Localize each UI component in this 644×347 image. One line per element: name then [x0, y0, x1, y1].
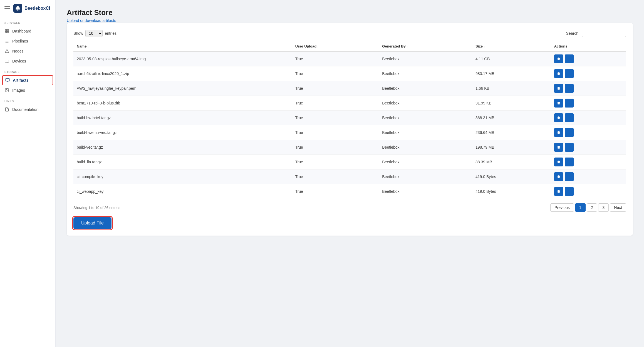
- download-button[interactable]: [565, 143, 574, 152]
- download-button[interactable]: [565, 128, 574, 137]
- page-3-button[interactable]: 3: [598, 203, 609, 212]
- cell-actions: [551, 96, 626, 111]
- showing-text: Showing 1 to 10 of 26 entries: [73, 206, 120, 210]
- download-button[interactable]: [565, 84, 574, 93]
- artifacts-icon: [5, 78, 10, 83]
- cell-name: ci_webapp_key: [73, 184, 292, 199]
- cell-name: bcm2710-rpi-3-b-plus.dtb: [73, 96, 292, 111]
- delete-button[interactable]: [554, 158, 563, 166]
- cell-size: 236.64 MB: [472, 125, 551, 140]
- page-title: Artifact Store: [67, 8, 633, 17]
- page-2-button[interactable]: 2: [587, 203, 597, 212]
- entries-select[interactable]: 10 25 50 100: [85, 30, 103, 37]
- sidebar-item-nodes[interactable]: Nodes: [0, 46, 55, 56]
- nodes-icon: [4, 49, 9, 54]
- sidebar-item-pipelines-label: Pipelines: [12, 39, 28, 43]
- svg-marker-4: [5, 49, 9, 53]
- delete-button[interactable]: [554, 69, 563, 78]
- download-button[interactable]: [565, 69, 574, 78]
- cell-size: 419.0 Bytes: [472, 169, 551, 184]
- download-button[interactable]: [565, 187, 574, 196]
- cell-user-upload: True: [292, 140, 379, 155]
- cell-name: 2023-05-03-raspios-bullseye-arm64.img: [73, 51, 292, 66]
- sidebar-item-pipelines[interactable]: Pipelines: [0, 36, 55, 46]
- download-button[interactable]: [565, 158, 574, 166]
- sidebar-item-images-label: Images: [12, 88, 25, 93]
- sidebar-item-dashboard-label: Dashboard: [12, 29, 31, 33]
- sidebar-header: BeetleboxCI: [0, 0, 55, 17]
- delete-button[interactable]: [554, 99, 563, 108]
- cell-actions: [551, 111, 626, 125]
- sidebar-item-documentation[interactable]: Documentation: [0, 104, 55, 114]
- show-entries: Show 10 25 50 100 entries: [73, 30, 117, 37]
- col-user-upload[interactable]: User Upload: [292, 41, 379, 51]
- cell-size: 31.99 KB: [472, 96, 551, 111]
- col-size[interactable]: Size: [472, 41, 551, 51]
- cell-actions: [551, 125, 626, 140]
- cell-size: 88.39 MB: [472, 155, 551, 169]
- entries-label: entries: [105, 31, 117, 36]
- hamburger-menu[interactable]: [4, 6, 10, 11]
- sidebar-item-artifacts[interactable]: Artifacts: [2, 75, 53, 85]
- sidebar: BeetleboxCI Services Dashboard Pipelines…: [0, 0, 56, 347]
- svg-point-8: [6, 89, 7, 90]
- cell-actions: [551, 184, 626, 199]
- table-row: 2023-05-03-raspios-bullseye-arm64.img Tr…: [73, 51, 626, 66]
- artifacts-table: Name User Upload Generated By Size Actio…: [73, 41, 626, 199]
- cell-name: build-hwemu-vec.tar.gz: [73, 125, 292, 140]
- download-button[interactable]: [565, 99, 574, 108]
- download-button[interactable]: [565, 54, 574, 63]
- sidebar-item-devices-label: Devices: [12, 59, 26, 63]
- cell-name: ci_compile_key: [73, 169, 292, 184]
- upload-area: Upload File: [73, 217, 626, 229]
- sidebar-item-dashboard[interactable]: Dashboard: [0, 26, 55, 36]
- cell-generated-by: Beetlebox: [379, 140, 472, 155]
- search-input[interactable]: [582, 30, 626, 37]
- sidebar-item-documentation-label: Documentation: [12, 107, 38, 112]
- delete-button[interactable]: [554, 113, 563, 122]
- app-logo: [13, 4, 22, 13]
- table-row: bcm2710-rpi-3-b-plus.dtb True Beetlebox …: [73, 96, 626, 111]
- upload-file-button[interactable]: Upload File: [73, 217, 112, 229]
- cell-generated-by: Beetlebox: [379, 81, 472, 96]
- svg-rect-0: [5, 29, 7, 31]
- table-row: AWS_mwijeyasinghe_keypair.pem True Beetl…: [73, 81, 626, 96]
- delete-button[interactable]: [554, 84, 563, 93]
- next-button[interactable]: Next: [610, 203, 626, 212]
- previous-button[interactable]: Previous: [550, 203, 574, 212]
- download-button[interactable]: [565, 172, 574, 181]
- cell-actions: [551, 66, 626, 81]
- download-button[interactable]: [565, 113, 574, 122]
- delete-button[interactable]: [554, 172, 563, 181]
- cell-actions: [551, 81, 626, 96]
- cell-generated-by: Beetlebox: [379, 66, 472, 81]
- cell-name: build-hw-brief.tar.gz: [73, 111, 292, 125]
- col-generated-by[interactable]: Generated By: [379, 41, 472, 51]
- table-row: build-hwemu-vec.tar.gz True Beetlebox 23…: [73, 125, 626, 140]
- doc-icon: [4, 107, 9, 112]
- delete-button[interactable]: [554, 54, 563, 63]
- delete-button[interactable]: [554, 187, 563, 196]
- cell-actions: [551, 169, 626, 184]
- page-subtitle[interactable]: Upload or download artifacts: [67, 18, 116, 23]
- table-controls: Show 10 25 50 100 entries Search:: [73, 30, 626, 37]
- cell-generated-by: Beetlebox: [379, 51, 472, 66]
- sidebar-item-artifacts-label: Artifacts: [13, 78, 29, 83]
- cell-size: 198.79 MB: [472, 140, 551, 155]
- delete-button[interactable]: [554, 143, 563, 152]
- cell-user-upload: True: [292, 169, 379, 184]
- sidebar-item-devices[interactable]: Devices: [0, 56, 55, 66]
- delete-button[interactable]: [554, 128, 563, 137]
- cell-user-upload: True: [292, 66, 379, 81]
- table-row: ci_compile_key True Beetlebox 419.0 Byte…: [73, 169, 626, 184]
- page-1-button[interactable]: 1: [575, 203, 586, 212]
- dashboard-icon: [4, 29, 9, 34]
- svg-rect-3: [7, 31, 9, 33]
- sidebar-item-images[interactable]: Images: [0, 85, 55, 95]
- artifact-store-card: Show 10 25 50 100 entries Search: Name U…: [67, 23, 633, 236]
- pipelines-icon: [4, 39, 9, 44]
- col-name[interactable]: Name: [73, 41, 292, 51]
- cell-size: 419.0 Bytes: [472, 184, 551, 199]
- images-icon: [4, 88, 9, 93]
- svg-rect-1: [7, 29, 9, 31]
